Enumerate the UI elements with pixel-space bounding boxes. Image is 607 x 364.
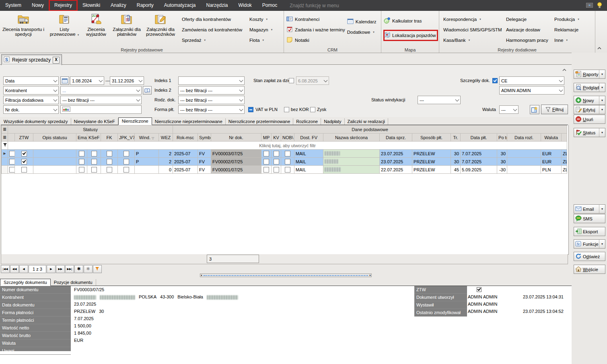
grid-cell[interactable]	[272, 158, 281, 166]
grid-cell[interactable]: 2	[159, 150, 173, 158]
grid-cell[interactable]: 30	[451, 150, 461, 158]
grid-cell[interactable]: 0	[159, 166, 173, 174]
cell-checkbox[interactable]	[107, 151, 112, 156]
cell-checkbox[interactable]	[274, 151, 279, 156]
column-chooser-icon[interactable]: ≣	[2, 134, 8, 142]
grid-cell[interactable]: PRZELEW	[412, 166, 451, 174]
grid-cell[interactable]: PRZELEW	[412, 158, 451, 166]
column-header-dost-fv[interactable]: Dost. FV	[294, 134, 323, 142]
menu-item-raporty[interactable]: Raporty	[132, 0, 159, 11]
cell-checkbox[interactable]	[123, 151, 129, 156]
grid-cell[interactable]: 30	[497, 150, 507, 158]
ribbon-button-reklamacje[interactable]: Reklamacje	[554, 25, 594, 35]
odswiez-button[interactable]: Odśwież	[574, 252, 605, 261]
view-tab-nadplaty[interactable]: Nadpłaty	[321, 118, 344, 125]
nowy-button[interactable]: Nowy▼	[574, 96, 605, 105]
cell-checkbox[interactable]	[79, 151, 84, 156]
kontrahent-lookup-button[interactable]	[143, 86, 152, 95]
grid-cell[interactable]	[281, 150, 294, 158]
grid-cell[interactable]: 7.07.2025	[461, 158, 497, 166]
cell-checkbox[interactable]	[9, 167, 15, 173]
zysk-checkbox[interactable]	[310, 107, 315, 112]
filtracja-combo[interactable]: --- bez filtracji ---	[60, 96, 142, 104]
last-page-button[interactable]: ▶▶|	[65, 265, 74, 273]
ribbon-button-zlecenia-wyjazdow[interactable]: ZLWZlecenia wyjazdów	[82, 11, 110, 45]
ribbon-button-kalendarz[interactable]: Kalendarz	[347, 16, 381, 27]
column-header-sposob-plt[interactable]: Sposób płt.	[412, 134, 451, 142]
filter-row-funnel-icon[interactable]	[2, 142, 8, 150]
wyjscie-button[interactable]: Wyjście	[574, 265, 605, 274]
grid-cell[interactable]	[323, 158, 380, 166]
grid-cell[interactable]: MAIL	[294, 158, 323, 166]
grid-cell[interactable]	[15, 150, 33, 158]
grid-cell[interactable]: ZL	[562, 150, 567, 158]
grid-cell[interactable]: EUR	[541, 150, 562, 158]
film-icon[interactable]	[586, 2, 593, 9]
ribbon-button-magazyn[interactable]: Magazyn▾	[249, 25, 282, 35]
column-header-mp[interactable]: MP	[261, 134, 272, 142]
next-page-button[interactable]: ▶	[47, 265, 56, 273]
column-header-ztw[interactable]: ZTW	[15, 134, 33, 142]
eksport-button[interactable]: Eksport	[574, 227, 605, 236]
grid-cell[interactable]	[135, 166, 159, 174]
cell-checkbox[interactable]	[91, 159, 97, 165]
calendar-picker-button[interactable]	[60, 76, 69, 85]
grid-cell[interactable]	[118, 158, 135, 166]
grid-cell[interactable]: P	[135, 150, 159, 158]
funkcje-button[interactable]: fxFunkcje▼	[574, 239, 605, 249]
ribbon-button-kasa-bank[interactable]: Kasa/Bank▾	[443, 35, 504, 45]
menu-search-input[interactable]: Znajdź funkcję w menu	[290, 3, 346, 8]
grid-cell[interactable]: FV00003/07/25	[211, 150, 261, 158]
cell-checkbox[interactable]	[79, 159, 84, 165]
ribbon-button-zalaczniki-dla-platnikow[interactable]: Załączniki dla płatników	[110, 11, 143, 45]
grid-cell[interactable]	[118, 166, 135, 174]
ribbon-button-awizacje-dostaw[interactable]: Awizacje dostaw	[506, 25, 553, 35]
column-header-ksef[interactable]: KSeF	[87, 134, 101, 142]
grid-cell[interactable]	[101, 158, 118, 166]
ribbon-button-wiadomosci-sms-gps-stm[interactable]: Wiadomości SMS/GPS/STM	[443, 25, 504, 35]
grid-cell[interactable]: MAIL	[294, 166, 323, 174]
grid-cell[interactable]: 22.07.2025	[380, 166, 412, 174]
cell-checkbox[interactable]	[107, 167, 112, 173]
filter-field-selector-data[interactable]: Data	[3, 76, 59, 85]
column-header-tr[interactable]: Tr.	[451, 134, 461, 142]
view-tab-rozliczone[interactable]: Rozliczone	[293, 118, 321, 125]
menu-item-analizy[interactable]: Analizy	[105, 0, 132, 11]
ribbon-button-flota[interactable]: Flota▾	[249, 35, 282, 45]
filter-field-selector-nr-dok[interactable]: Nr dok.	[3, 105, 59, 114]
grid-cell[interactable]	[8, 150, 15, 158]
grid-cell[interactable]	[323, 150, 380, 158]
ribbon-button-produkcja[interactable]: Produkcja▾	[554, 14, 594, 25]
dropdown-arrow-icon[interactable]: ▼	[599, 70, 605, 78]
sms-button[interactable]: SMSSMS	[574, 214, 605, 223]
menu-item-widok[interactable]: Widok	[233, 0, 257, 11]
grid-cell[interactable]	[272, 166, 281, 174]
cell-checkbox[interactable]	[79, 167, 84, 173]
column-header-kv[interactable]: KV	[272, 134, 281, 142]
grid-cell[interactable]	[281, 158, 294, 166]
cell-checkbox[interactable]	[91, 151, 97, 156]
waluta-combo[interactable]: ---	[499, 105, 519, 114]
ribbon-button-sprzedaz[interactable]: Sprzedaż▾	[182, 35, 248, 45]
menu-item-pomoc[interactable]: Pomoc	[257, 0, 282, 11]
szczegoly-combo[interactable]: CE	[499, 76, 564, 85]
ribbon-button-harmonogram-pracy[interactable]: Harmonogram pracy	[506, 35, 553, 45]
grid-cell[interactable]	[87, 166, 101, 174]
grid-cell[interactable]: FV	[198, 150, 211, 158]
grid-cell[interactable]: ZL	[562, 158, 567, 166]
grid-cell[interactable]	[261, 150, 272, 158]
usun-button[interactable]: Usuń	[574, 115, 605, 124]
ribbon-button-listy-przewozowe[interactable]: Listy przewozowe ▾	[47, 11, 82, 45]
grid-cell[interactable]: 30	[451, 158, 461, 166]
grid-cell[interactable]: P	[135, 158, 159, 166]
cell-checkbox[interactable]	[9, 151, 15, 156]
grid-cell[interactable]: 23.07.2025	[380, 158, 412, 166]
column-header-symbc[interactable]: Symbc	[198, 134, 211, 142]
grid-cell[interactable]: 30	[497, 158, 507, 166]
raporty-button[interactable]: Raporty▼	[574, 70, 605, 79]
ribbon-button-lokalizacja-pojazdow[interactable]: Lokalizacja pojazdów	[384, 30, 438, 41]
column-header-rok-msc[interactable]: Rok-msc	[173, 134, 198, 142]
windykacja-combo[interactable]: ---	[418, 96, 461, 104]
grid-cell[interactable]: 45	[451, 166, 461, 174]
grid-cell[interactable]	[101, 166, 118, 174]
